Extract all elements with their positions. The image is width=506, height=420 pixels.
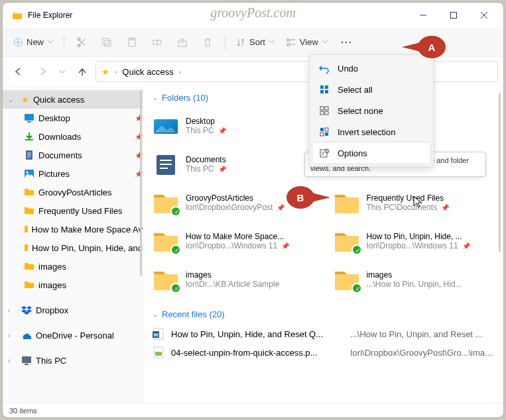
copy-button[interactable] — [96, 32, 117, 53]
folder-item[interactable]: How to Make More Space...Iori\Dropbo...\… — [153, 223, 314, 259]
scrollbar[interactable] — [499, 93, 501, 252]
new-button[interactable]: New — [9, 32, 57, 53]
svg-rect-5 — [105, 40, 111, 46]
menu-undo[interactable]: Undo — [312, 58, 430, 79]
close-button[interactable] — [469, 5, 499, 26]
onedrive-icon — [21, 330, 32, 341]
sidebar-item-downloads[interactable]: Downloads📌 — [3, 127, 143, 146]
folder-icon — [153, 229, 179, 253]
svg-rect-20 — [22, 356, 31, 363]
plus-icon — [13, 38, 23, 47]
folder-item[interactable]: imagesIori\Dr...\KB Article Sample — [153, 262, 314, 297]
dropbox-icon — [21, 305, 32, 315]
folder-item[interactable]: DocumentsThis PC 📌 — [153, 146, 314, 182]
svg-rect-34 — [325, 107, 328, 110]
ellipsis-icon — [341, 41, 351, 44]
chevron-down-icon: ⌄ — [153, 311, 158, 318]
window-buttons — [408, 5, 499, 26]
sidebar-item[interactable]: images — [3, 257, 143, 276]
sort-icon — [236, 38, 245, 47]
menu-select-none[interactable]: Select none — [312, 100, 430, 121]
more-button[interactable] — [336, 32, 357, 53]
maximize-button[interactable] — [438, 5, 469, 26]
cut-button[interactable] — [71, 32, 92, 53]
folder-icon — [24, 187, 34, 197]
sidebar-quick-access[interactable]: ⌄ ★ Quick access — [3, 90, 143, 109]
file-row[interactable]: WHow to Pin, Unpin, Hide, and Reset Q...… — [153, 325, 494, 343]
options-icon — [319, 148, 330, 158]
folder-icon — [12, 10, 23, 21]
folder-item[interactable]: DesktopThis PC 📌 — [153, 108, 314, 144]
svg-rect-21 — [25, 364, 29, 365]
sidebar-onedrive[interactable]: ›OneDrive - Personal — [3, 326, 143, 344]
arrow-left-icon — [14, 67, 23, 76]
back-button[interactable] — [8, 61, 29, 82]
svg-point-13 — [346, 41, 347, 42]
folder-sub: This PC\Documents 📌 — [367, 203, 450, 212]
file-path: Iori\Dropbox\GroovyPost\Gro...\images — [350, 348, 494, 358]
paste-button[interactable] — [121, 32, 143, 53]
sidebar-item-documents[interactable]: Documents📌 — [3, 146, 143, 164]
chevron-down-icon — [48, 40, 53, 44]
forward-button[interactable] — [32, 61, 53, 82]
sidebar-item[interactable]: GroovyPostArticles — [3, 183, 143, 201]
share-button[interactable] — [172, 32, 193, 53]
folder-icon — [24, 224, 28, 235]
folder-name: How to Pin, Unpin, Hide, ... — [367, 232, 470, 241]
recent-button[interactable] — [56, 61, 69, 82]
select-all-icon — [319, 84, 330, 95]
sidebar-dropbox[interactable]: ›Dropbox — [3, 301, 143, 319]
sidebar-item[interactable]: How to Make More Space Av — [3, 220, 143, 238]
folder-name: images — [186, 270, 279, 280]
file-path: ...\How to Pin, Unpin, and Reset ... — [350, 329, 494, 339]
folder-name: Frequently Used Files — [367, 193, 450, 203]
svg-rect-11 — [287, 44, 290, 46]
file-row[interactable]: 04-select-unpin-from-quick-access.p...Io… — [153, 343, 494, 362]
svg-point-14 — [349, 41, 351, 42]
star-icon: ★ — [21, 95, 29, 105]
folder-item[interactable]: How to Pin, Unpin, Hide, ...Iori\Dropbo.… — [334, 223, 495, 259]
menu-options[interactable]: Options — [312, 142, 430, 164]
folder-item[interactable]: images...\How to Pin, Unpin, Hid... — [334, 262, 495, 297]
chevron-down-icon — [322, 40, 328, 44]
rename-button[interactable] — [147, 32, 168, 53]
sidebar-item-pictures[interactable]: Pictures📌 — [3, 164, 143, 183]
svg-rect-41 — [320, 150, 327, 157]
svg-rect-33 — [320, 107, 324, 110]
undo-icon — [319, 63, 330, 74]
svg-rect-36 — [325, 111, 328, 115]
folder-icon — [334, 191, 360, 215]
arrow-up-icon — [78, 67, 87, 76]
file-icon: W — [153, 328, 164, 340]
chevron-down-icon: ⌄ — [8, 96, 17, 103]
sort-button[interactable]: Sort — [232, 32, 279, 53]
svg-rect-16 — [27, 121, 31, 123]
folder-icon — [153, 268, 179, 291]
delete-button[interactable] — [197, 32, 218, 53]
chevron-right-icon: › — [8, 357, 17, 364]
sidebar-thispc[interactable]: ›This PC — [3, 351, 143, 370]
svg-text:W: W — [153, 332, 158, 338]
folder-icon — [24, 280, 34, 290]
sidebar-item[interactable]: images — [3, 276, 143, 294]
breadcrumb[interactable]: Quick access — [122, 67, 173, 77]
scrollbar[interactable] — [140, 90, 142, 276]
svg-rect-29 — [320, 85, 324, 89]
sidebar-item-desktop[interactable]: Desktop📌 — [3, 109, 143, 127]
svg-rect-0 — [451, 13, 457, 19]
window-title: File Explorer — [28, 11, 408, 20]
svg-rect-10 — [287, 39, 290, 41]
sidebar-item[interactable]: How to Pin, Unpin, Hide, and — [3, 238, 143, 257]
view-button[interactable]: View — [283, 32, 332, 53]
folder-icon — [334, 268, 360, 291]
up-button[interactable] — [72, 61, 93, 82]
sidebar-item[interactable]: Frequently Used Files — [3, 201, 143, 220]
minimize-button[interactable] — [408, 5, 438, 26]
recent-header[interactable]: ⌄Recent files (20) — [153, 309, 494, 319]
svg-point-19 — [27, 172, 29, 174]
chevron-down-icon: ⌄ — [153, 94, 158, 101]
svg-rect-30 — [325, 85, 328, 89]
folder-sub: Iori\Dr...\KB Article Sample — [186, 280, 279, 289]
menu-invert-selection[interactable]: Invert selection — [312, 121, 430, 142]
menu-select-all[interactable]: Select all — [312, 79, 430, 100]
